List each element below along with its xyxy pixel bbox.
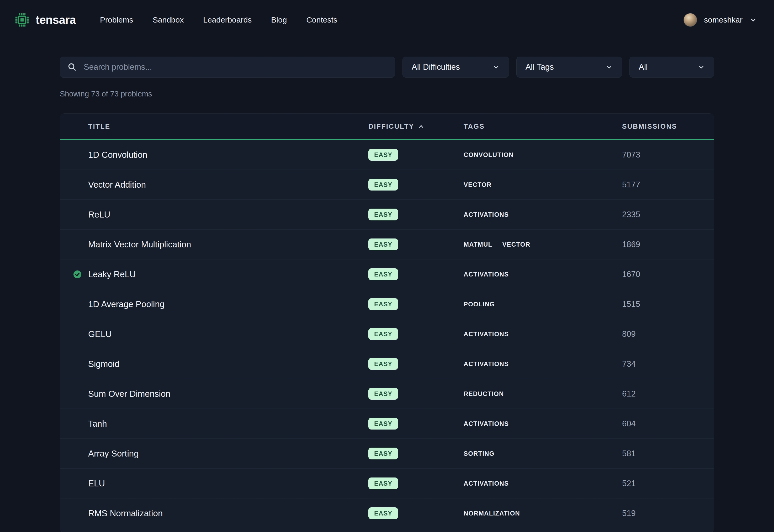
- type-select-value: All: [639, 62, 648, 72]
- submissions-count: 1670: [622, 270, 714, 279]
- title-cell: ELU: [60, 479, 368, 488]
- problem-title: Matrix Vector Multiplication: [88, 240, 191, 249]
- table-header: TITLE DIFFICULTY TAGS SUBMISSIONS: [60, 114, 714, 140]
- chevron-down-icon: [492, 63, 500, 71]
- nav-link-leaderboards[interactable]: Leaderboards: [203, 15, 252, 24]
- difficulty-cell: EASY: [368, 209, 464, 220]
- difficulty-badge: EASY: [368, 448, 398, 459]
- brand-logo[interactable]: tensara: [15, 13, 76, 27]
- type-select[interactable]: All: [630, 57, 714, 78]
- tags-select-value: All Tags: [525, 62, 554, 72]
- table-row[interactable]: GELU EASY ACTIVATIONS 809: [60, 319, 714, 349]
- nav-link-contests[interactable]: Contests: [306, 15, 337, 24]
- difficulty-badge: EASY: [368, 328, 398, 340]
- chip-icon: [15, 13, 29, 27]
- username: someshkar: [704, 15, 743, 24]
- difficulty-cell: EASY: [368, 179, 464, 191]
- difficulty-badge: EASY: [368, 149, 398, 161]
- tag-label: ACTIVATIONS: [464, 271, 509, 278]
- problem-title: GELU: [88, 329, 112, 339]
- difficulty-cell: EASY: [368, 448, 464, 459]
- problems-table-body: 1D Convolution EASY CONVOLUTION 7073 Vec…: [60, 140, 714, 528]
- title-cell: 1D Average Pooling: [60, 299, 368, 309]
- submissions-count: 7073: [622, 150, 714, 160]
- submissions-count: 2335: [622, 210, 714, 219]
- problem-title: ELU: [88, 479, 105, 488]
- tag-label: ACTIVATIONS: [464, 360, 509, 368]
- tag-label: ACTIVATIONS: [464, 480, 509, 487]
- tags-cell: CONVOLUTION: [464, 151, 622, 159]
- table-row[interactable]: Tanh EASY ACTIVATIONS 604: [60, 409, 714, 439]
- submissions-count: 1869: [622, 240, 714, 249]
- navbar: tensara Problems Sandbox Leaderboards Bl…: [0, 0, 774, 40]
- title-cell: GELU: [60, 329, 368, 339]
- problem-title: Sigmoid: [88, 359, 119, 369]
- difficulty-cell: EASY: [368, 298, 464, 310]
- difficulty-select[interactable]: All Difficulties: [402, 57, 509, 78]
- column-header-difficulty[interactable]: DIFFICULTY: [368, 122, 464, 131]
- difficulty-cell: EASY: [368, 238, 464, 250]
- difficulty-badge: EASY: [368, 358, 398, 370]
- results-summary: Showing 73 of 73 problems: [60, 90, 714, 98]
- chevron-down-icon: [606, 63, 613, 71]
- difficulty-cell: EASY: [368, 268, 464, 280]
- table-row[interactable]: Sum Over Dimension EASY REDUCTION 612: [60, 379, 714, 409]
- avatar[interactable]: [684, 13, 697, 27]
- table-row[interactable]: Leaky ReLU EASY ACTIVATIONS 1670: [60, 259, 714, 289]
- table-row[interactable]: RMS Normalization EASY NORMALIZATION 519: [60, 498, 714, 528]
- table-row[interactable]: 1D Average Pooling EASY POOLING 1515: [60, 289, 714, 319]
- tags-cell: ACTIVATIONS: [464, 330, 622, 338]
- tag-label: MATMUL: [464, 241, 492, 248]
- tag-label: NORMALIZATION: [464, 510, 520, 517]
- tags-cell: ACTIVATIONS: [464, 420, 622, 427]
- tag-label: POOLING: [464, 301, 495, 308]
- nav-link-blog[interactable]: Blog: [271, 15, 287, 24]
- tags-cell: SORTING: [464, 450, 622, 457]
- nav-link-problems[interactable]: Problems: [100, 15, 133, 24]
- submissions-count: 519: [622, 509, 714, 518]
- nav-links: Problems Sandbox Leaderboards Blog Conte…: [100, 15, 337, 24]
- submissions-count: 604: [622, 419, 714, 428]
- submissions-count: 734: [622, 359, 714, 369]
- user-menu[interactable]: someshkar: [684, 13, 757, 27]
- tag-label: ACTIVATIONS: [464, 330, 509, 338]
- difficulty-badge: EASY: [368, 418, 398, 430]
- search-box[interactable]: [60, 57, 395, 78]
- problem-title: Leaky ReLU: [88, 269, 136, 279]
- difficulty-select-value: All Difficulties: [412, 62, 460, 72]
- column-header-title[interactable]: TITLE: [60, 122, 368, 131]
- difficulty-cell: EASY: [368, 328, 464, 340]
- title-cell: RMS Normalization: [60, 508, 368, 518]
- problem-title: Sum Over Dimension: [88, 389, 170, 399]
- table-row[interactable]: Array Sorting EASY SORTING 581: [60, 439, 714, 469]
- tags-cell: ACTIVATIONS: [464, 360, 622, 368]
- tag-label: SORTING: [464, 450, 494, 457]
- table-row[interactable]: Sigmoid EASY ACTIVATIONS 734: [60, 349, 714, 379]
- difficulty-badge: EASY: [368, 388, 398, 400]
- table-row[interactable]: ELU EASY ACTIVATIONS 521: [60, 469, 714, 498]
- tags-cell: ACTIVATIONS: [464, 480, 622, 487]
- tags-cell: POOLING: [464, 301, 622, 308]
- tags-cell: ACTIVATIONS: [464, 271, 622, 278]
- search-input[interactable]: [83, 62, 388, 72]
- difficulty-cell: EASY: [368, 507, 464, 519]
- table-row[interactable]: Vector Addition EASY VECTOR 5177: [60, 170, 714, 200]
- table-row[interactable]: 1D Convolution EASY CONVOLUTION 7073: [60, 140, 714, 170]
- problem-title: 1D Convolution: [88, 150, 147, 160]
- difficulty-badge: EASY: [368, 179, 398, 191]
- difficulty-badge: EASY: [368, 477, 398, 489]
- chevron-down-icon: [698, 63, 705, 71]
- nav-link-sandbox[interactable]: Sandbox: [153, 15, 184, 24]
- search-icon: [67, 62, 77, 72]
- table-row[interactable]: Matrix Vector Multiplication EASY MATMUL…: [60, 230, 714, 259]
- title-cell: Matrix Vector Multiplication: [60, 240, 368, 249]
- table-row[interactable]: ReLU EASY ACTIVATIONS 2335: [60, 200, 714, 230]
- tag-label: VECTOR: [464, 181, 492, 188]
- column-header-tags[interactable]: TAGS: [464, 122, 622, 131]
- column-header-difficulty-label: DIFFICULTY: [368, 122, 414, 131]
- column-header-submissions[interactable]: SUBMISSIONS: [622, 122, 714, 131]
- table-row-partial: [60, 528, 714, 532]
- tags-select[interactable]: All Tags: [516, 57, 622, 78]
- title-cell: Tanh: [60, 419, 368, 429]
- problem-title: Vector Addition: [88, 180, 146, 190]
